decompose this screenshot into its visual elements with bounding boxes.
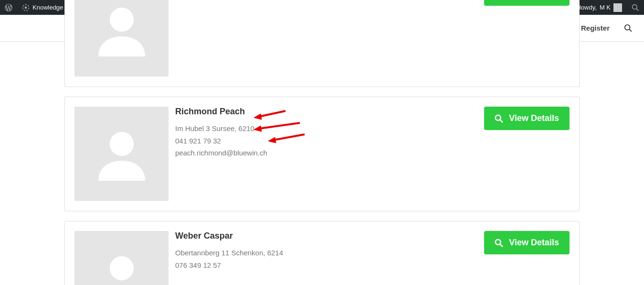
view-details-label: View Details — [509, 113, 559, 123]
search-icon — [624, 24, 633, 33]
wp-search[interactable] — [627, 0, 644, 15]
user-avatar-mini — [613, 3, 622, 12]
avatar-placeholder — [74, 107, 169, 201]
nav-search[interactable] — [624, 24, 633, 33]
svg-line-11 — [500, 120, 503, 122]
expert-card: Richmond Peach Im Hubel 3 Sursee, 6210 0… — [64, 97, 580, 211]
expert-card: Weber Caspar Obertannberg 11 Schenkon, 6… — [64, 221, 580, 285]
svg-point-18 — [109, 256, 133, 280]
results-list: View Details Richmond Peach Im Hubel 3 S… — [0, 0, 580, 285]
view-details-button[interactable]: View Details — [484, 231, 570, 254]
expert-phone: 076 349 12 57 — [175, 259, 570, 272]
view-details-button[interactable]: View Details — [484, 0, 570, 6]
svg-point-10 — [496, 115, 501, 120]
svg-point-9 — [109, 132, 133, 155]
expert-card: View Details — [64, 0, 580, 87]
expert-email: peach.richmond@bluewin.ch — [175, 147, 570, 159]
magnify-icon — [495, 114, 503, 123]
howdy-user: M K — [600, 4, 611, 11]
wp-account[interactable]: Howdy, M K — [571, 0, 627, 15]
svg-line-3 — [636, 9, 638, 11]
svg-line-20 — [500, 244, 503, 246]
svg-point-2 — [633, 4, 637, 9]
expert-phone: 041 921 79 32 — [175, 135, 570, 147]
svg-line-5 — [630, 29, 632, 31]
svg-point-19 — [496, 239, 501, 244]
avatar-placeholder — [74, 0, 169, 77]
view-details-label: View Details — [509, 238, 559, 248]
svg-point-4 — [625, 24, 630, 30]
magnify-icon — [495, 239, 503, 247]
svg-point-6 — [109, 7, 133, 31]
search-icon — [632, 4, 639, 11]
avatar-placeholder — [74, 231, 169, 285]
view-details-button[interactable]: View Details — [484, 107, 570, 130]
